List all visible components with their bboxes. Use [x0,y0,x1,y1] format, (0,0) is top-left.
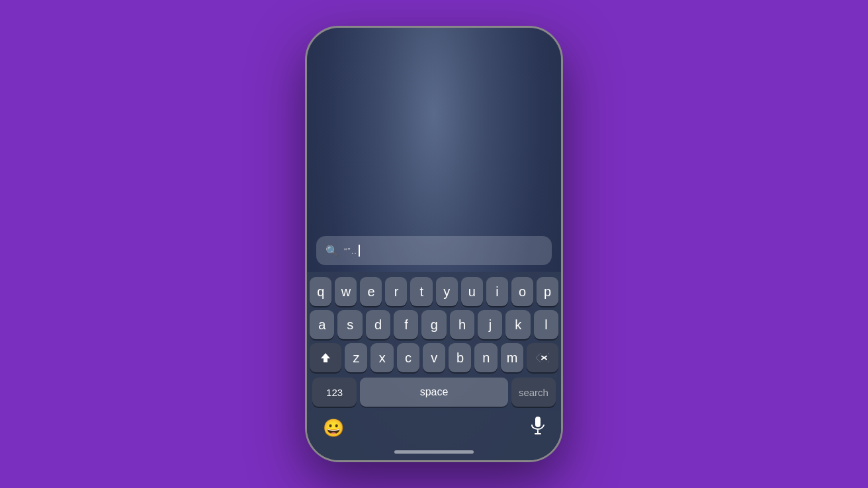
key-shift[interactable] [310,343,341,372]
emoji-button[interactable]: 😀 [323,418,344,438]
phone-frame: 🔍 “”.. q w e r t y u i o p a [305,26,563,462]
key-l[interactable]: l [534,310,558,339]
keyboard-row-3: z x c v b n m [310,343,558,372]
key-i[interactable]: i [486,277,508,306]
svg-rect-2 [535,417,541,427]
search-bar[interactable]: 🔍 “”.. [316,236,552,265]
keyboard: q w e r t y u i o p a s d f g h j k [307,272,561,411]
key-k[interactable]: k [505,310,530,339]
key-d[interactable]: d [366,310,390,339]
cursor-dots: “”.. [344,246,357,256]
key-r[interactable]: r [385,277,407,306]
search-cursor-area: “”.. [344,245,360,257]
key-g[interactable]: g [421,310,446,339]
search-icon: 🔍 [326,245,339,257]
key-v[interactable]: v [423,343,445,372]
key-p[interactable]: p [537,277,558,306]
keyboard-row-2: a s d f g h j k l [310,310,558,339]
key-search-action[interactable]: search [511,378,556,407]
emoji-mic-row: 😀 [307,411,561,446]
key-t[interactable]: t [410,277,432,306]
key-e[interactable]: e [360,277,382,306]
key-s[interactable]: s [337,310,362,339]
key-x[interactable]: x [370,343,393,372]
key-h[interactable]: h [450,310,474,339]
text-cursor [359,245,360,257]
key-u[interactable]: u [461,277,483,306]
key-m[interactable]: m [501,343,523,372]
key-a[interactable]: a [310,310,334,339]
key-c[interactable]: c [397,343,419,372]
key-j[interactable]: j [478,310,502,339]
key-n[interactable]: n [474,343,497,372]
keyboard-bottom-row: 123 space search [310,378,558,407]
mic-button[interactable] [531,416,545,440]
phone-content: 🔍 “”.. q w e r t y u i o p a [307,28,561,460]
key-o[interactable]: o [511,277,533,306]
key-b[interactable]: b [449,343,471,372]
home-indicator [307,446,561,460]
key-w[interactable]: w [335,277,357,306]
key-q[interactable]: q [310,277,331,306]
key-numbers[interactable]: 123 [312,378,357,407]
key-y[interactable]: y [436,277,458,306]
keyboard-row-1: q w e r t y u i o p [310,277,558,306]
home-indicator-bar [394,450,474,454]
key-delete[interactable] [527,343,558,372]
key-space[interactable]: space [360,378,508,407]
key-f[interactable]: f [394,310,418,339]
key-z[interactable]: z [345,343,367,372]
